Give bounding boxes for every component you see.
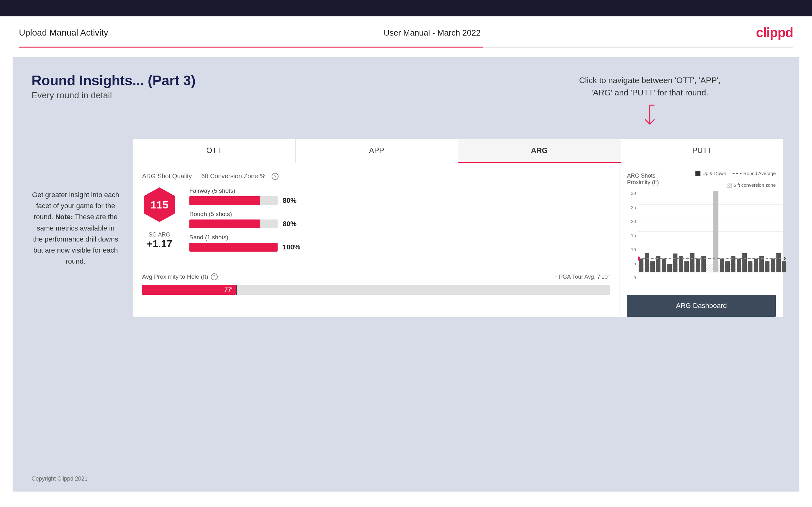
right-panel-header: ARG Shots - Proximity (ft) Up & Down Rou… [627, 171, 776, 188]
svg-rect-34 [782, 261, 786, 272]
svg-rect-19 [684, 261, 689, 272]
rough-bar-row: Rough (5 shots) 80% [189, 211, 610, 228]
tab-app[interactable]: APP [296, 139, 458, 163]
legend-hatched-icon [727, 183, 732, 188]
svg-rect-15 [662, 259, 666, 272]
proximity-title: Avg Proximity to Hole (ft) ? [142, 273, 218, 280]
svg-rect-11 [639, 259, 644, 272]
conversion-label: 6ft Conversion Zone % [201, 173, 265, 180]
svg-rect-23 [720, 259, 724, 272]
svg-rect-17 [673, 253, 677, 272]
nav-hint: Click to navigate between 'OTT', 'APP','… [579, 74, 721, 140]
legend-round-avg: Round Average [732, 171, 776, 176]
side-note-bold: Note: [55, 213, 73, 221]
sand-bar-fill [189, 243, 277, 251]
svg-text:8: 8 [784, 256, 786, 261]
sg-value: +1.17 [147, 238, 172, 250]
proximity-section: Avg Proximity to Hole (ft) ? ↑ PGA Tour … [142, 267, 610, 295]
chart-wrapper: 0 5 10 15 20 25 30 [638, 191, 776, 290]
rough-pct: 80% [283, 220, 302, 228]
y-tick-5: 5 [627, 261, 636, 266]
dashboard-widget: OTT APP ARG PUTT ARG Shot Quality 6ft Co… [132, 139, 783, 317]
fairway-bar-track [189, 196, 277, 205]
svg-rect-24 [725, 261, 730, 272]
svg-rect-16 [667, 264, 672, 272]
chart-legend: Up & Down Round Average 6 ft conversion … [675, 171, 776, 188]
legend-up-down: Up & Down [696, 171, 726, 176]
hexagon-container: 115 SG ARG +1.17 [142, 187, 177, 250]
fairway-bar-fill [189, 196, 260, 205]
fairway-bar-row: Fairway (5 shots) 80% [189, 187, 610, 205]
legend-6ft-label: 6 ft conversion zone [733, 182, 776, 188]
upload-manual-activity-label: Upload Manual Activity [19, 28, 108, 38]
sand-bar-track [189, 243, 277, 251]
svg-rect-10 [713, 191, 718, 272]
proximity-bar-fill: 77' [142, 285, 236, 295]
legend-6ft: 6 ft conversion zone [727, 182, 776, 188]
rough-bar-track [189, 220, 277, 228]
legend-up-down-label: Up & Down [702, 171, 726, 176]
main-content: Round Insights... (Part 3) Every round i… [13, 57, 799, 492]
proximity-bar-track: 77' [142, 285, 610, 295]
proximity-marker [236, 285, 237, 295]
svg-rect-13 [650, 261, 655, 272]
proximity-label: Avg Proximity to Hole (ft) [142, 273, 208, 280]
rough-label: Rough (5 shots) [189, 211, 610, 218]
svg-rect-21 [696, 259, 700, 272]
y-tick-30: 30 [627, 191, 636, 196]
y-tick-25: 25 [627, 205, 636, 210]
svg-rect-26 [737, 259, 741, 272]
legend-dashed-icon [732, 173, 742, 174]
header: Upload Manual Activity User Manual - Mar… [0, 16, 812, 47]
header-divider [19, 47, 793, 48]
legend-square-icon [696, 171, 701, 176]
y-tick-20: 20 [627, 219, 636, 224]
shot-quality-label: ARG Shot Quality [142, 173, 192, 180]
svg-rect-31 [765, 261, 769, 272]
chart-svg: 8 [638, 191, 786, 288]
svg-rect-33 [776, 253, 781, 272]
logo-area: clippd [756, 25, 793, 40]
sg-label: SG ARG [147, 231, 172, 238]
sand-pct: 100% [283, 243, 302, 251]
tab-arg[interactable]: ARG [458, 139, 621, 163]
proximity-header: Avg Proximity to Hole (ft) ? ↑ PGA Tour … [142, 273, 610, 280]
svg-rect-12 [645, 253, 649, 272]
clippd-logo: clippd [756, 25, 793, 40]
badge-hexagon: 115 [142, 187, 177, 222]
help-icon[interactable]: ? [271, 173, 278, 180]
y-tick-10: 10 [627, 247, 636, 252]
y-tick-0: 0 [627, 275, 636, 280]
sg-section: SG ARG +1.17 [147, 231, 172, 250]
badge-value: 115 [151, 199, 168, 211]
y-axis: 0 5 10 15 20 25 30 [627, 191, 636, 280]
tabs: OTT APP ARG PUTT [133, 139, 783, 163]
svg-rect-29 [754, 259, 758, 272]
nav-arrow [579, 102, 721, 140]
shot-quality-bars: Fairway (5 shots) 80% Rough (5 shots) [189, 187, 610, 257]
svg-rect-20 [690, 253, 695, 272]
sand-bar-container: 100% [189, 243, 610, 251]
svg-rect-32 [771, 259, 775, 272]
svg-rect-27 [742, 253, 747, 272]
rough-bar-fill [189, 220, 260, 228]
proximity-value: 77' [224, 286, 233, 293]
nav-hint-text: Click to navigate between 'OTT', 'APP','… [579, 74, 721, 99]
svg-rect-28 [748, 261, 753, 272]
side-note: Get greater insight into each facet of y… [32, 189, 120, 267]
sand-bar-row: Sand (1 shots) 100% [189, 234, 610, 251]
pga-avg-label: ↑ PGA Tour Avg: 7'10" [555, 274, 610, 280]
tab-ott[interactable]: OTT [133, 139, 296, 163]
rough-bar-container: 80% [189, 220, 610, 228]
panel-header: ARG Shot Quality 6ft Conversion Zone % ? [142, 173, 610, 180]
tab-putt[interactable]: PUTT [621, 139, 783, 163]
proximity-help-icon[interactable]: ? [211, 273, 218, 280]
widget-body: ARG Shot Quality 6ft Conversion Zone % ?… [133, 163, 783, 317]
arg-dashboard-button[interactable]: ARG Dashboard [627, 295, 776, 317]
fairway-bar-container: 80% [189, 196, 610, 205]
y-tick-15: 15 [627, 233, 636, 238]
left-panel: ARG Shot Quality 6ft Conversion Zone % ?… [133, 163, 619, 317]
chart-title: ARG Shots - Proximity (ft) [627, 173, 675, 186]
legend-round-avg-label: Round Average [743, 171, 776, 176]
right-panel: ARG Shots - Proximity (ft) Up & Down Rou… [619, 163, 783, 317]
